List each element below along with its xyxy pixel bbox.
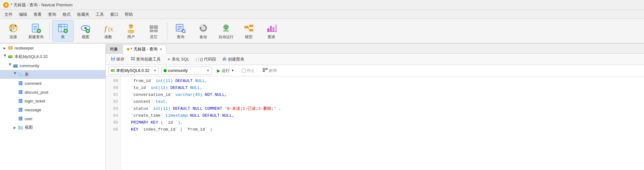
build-query-button[interactable]: 查询创建工具 [128, 56, 163, 63]
svg-rect-67 [9, 56, 11, 57]
code-content[interactable]: `from_id` int(11) DEFAULT NULL, `to_id` … [121, 76, 644, 170]
svg-line-56 [248, 26, 249, 27]
save-icon [111, 56, 115, 62]
run-button[interactable]: ▶ 运行 ▼ [214, 67, 237, 74]
menu-query[interactable]: 查询 [45, 11, 59, 18]
sidebar-item-user[interactable]: user [0, 114, 105, 123]
svg-rect-55 [249, 29, 253, 32]
save-label: 保存 [116, 56, 124, 62]
view-button[interactable]: 视图 [75, 20, 96, 42]
right-panel: 对象 * 无标题 - 查询 ✕ 保存 [106, 44, 644, 170]
menu-help[interactable]: 帮助 [122, 11, 136, 18]
create-chart-button[interactable]: 创建图表 [220, 56, 247, 63]
code-96-index: `index_from_id` [141, 127, 178, 132]
code-line-95: PRIMARY KEY ( `id` ), [123, 119, 641, 126]
line-num-91: 91 [106, 91, 121, 98]
svg-point-50 [227, 26, 228, 27]
menu-favorites[interactable]: 收藏夹 [74, 11, 92, 18]
user-button[interactable]: 用户 [120, 20, 142, 42]
expand-arrow-community: ▶ [8, 63, 12, 68]
sidebar-item-restkeeper[interactable]: ▶ restkeeper [0, 44, 105, 52]
sidebar-item-discuss-post[interactable]: discuss_post [0, 88, 105, 97]
svg-rect-89 [19, 117, 22, 120]
svg-rect-103 [224, 57, 225, 61]
sidebar-item-views[interactable]: ▶ 视图 [0, 123, 105, 132]
code-89-null: NULL, [195, 79, 207, 83]
code-snippet-button[interactable]: ( ) () 代码段 [193, 56, 219, 63]
menu-window[interactable]: 窗口 [107, 11, 122, 18]
code-line-92: `content` text, [123, 98, 641, 105]
tab-query[interactable]: * 无标题 - 查询 ✕ [123, 45, 166, 54]
sidebar-item-login-ticket[interactable]: login_ticket [0, 97, 105, 105]
svg-rect-110 [263, 70, 265, 72]
menu-view[interactable]: 查看 [30, 11, 45, 18]
run-icon: ▶ [217, 68, 220, 73]
menu-format[interactable]: 格式 [59, 11, 74, 18]
svg-point-24 [84, 27, 87, 29]
other-button[interactable]: 其它 [143, 20, 164, 42]
menu-tools[interactable]: 工具 [92, 11, 107, 18]
other-label: 其它 [150, 34, 158, 40]
connection-selector[interactable]: 本机MySQL8.0.32 ▼ [108, 67, 159, 75]
sidebar-item-community[interactable]: ▶ community [0, 61, 105, 70]
new-query-button[interactable]: 新建查询 [25, 20, 47, 42]
chart-button[interactable]: 图表 [261, 20, 282, 42]
menu-edit[interactable]: 编辑 [16, 11, 30, 18]
message-label: message [25, 108, 41, 112]
line-num-95: 95 [106, 119, 121, 126]
connect-icon [8, 22, 19, 34]
svg-rect-70 [14, 65, 15, 66]
beautify-sql-button[interactable]: ✦ 美化 SQL [164, 56, 192, 63]
database-selector[interactable]: community ▼ [161, 67, 212, 75]
run-dropdown-arrow: ▼ [231, 69, 234, 72]
line-num-92: 92 [106, 98, 121, 105]
user-icon [125, 22, 137, 34]
menu-bar: 文件 编辑 查看 查询 格式 收藏夹 工具 窗口 帮助 [0, 10, 644, 19]
table-button[interactable]: 表 [52, 20, 74, 42]
sidebar-item-localhost[interactable]: ▶ 本机MySQL8.0.32 [0, 52, 105, 61]
code-line-93: `status` int(11) DEFAULT NULL COMMENT '0… [123, 105, 641, 112]
views-label: 视图 [25, 125, 33, 130]
code-90-field: `to_id` [131, 85, 148, 90]
query-button[interactable]: 查询 [170, 20, 191, 42]
connect-button[interactable]: 连接 [3, 20, 24, 42]
stop-button[interactable]: 停止 [239, 67, 257, 74]
sidebar-item-tables[interactable]: ▶ 表 [0, 70, 105, 79]
code-96-close: ) [210, 127, 212, 132]
menu-file[interactable]: 文件 [1, 11, 16, 18]
save-button[interactable]: 保存 [108, 56, 127, 63]
explain-button[interactable]: 解释 [260, 67, 280, 74]
svg-rect-108 [263, 68, 265, 70]
autorun-icon [220, 22, 232, 34]
line-num-96: 96 [106, 126, 121, 133]
query-toolbar: 保存 查询创建工具 ✦ 美化 [106, 54, 644, 65]
explain-icon [262, 68, 268, 73]
table-icon [57, 22, 69, 34]
svg-rect-61 [275, 25, 277, 32]
code-89-kw: DEFAULT [175, 79, 193, 83]
other-icon [148, 22, 159, 34]
line-num-89: 89 [106, 78, 121, 85]
discuss-post-label: discuss_post [25, 90, 48, 95]
query-icon [175, 22, 186, 34]
svg-rect-54 [249, 25, 253, 27]
svg-point-33 [132, 25, 133, 26]
function-icon: f (x) [103, 22, 114, 34]
backup-button[interactable]: 备份 [193, 20, 214, 42]
window-title: * 无标题 - 查询 - Navicat Premium [11, 2, 73, 8]
svg-point-64 [9, 47, 11, 49]
build-query-label: 查询创建工具 [136, 56, 161, 62]
sidebar-item-comment[interactable]: comment [0, 79, 105, 88]
svg-point-32 [130, 25, 131, 26]
model-button[interactable]: 模型 [238, 20, 259, 42]
connection-selector-icon [110, 68, 115, 73]
code-editor[interactable]: 89 90 91 92 93 94 95 96 `from_id` int(11… [106, 76, 644, 170]
autorun-button[interactable]: 自动运行 [215, 20, 237, 42]
expand-arrow-views: ▶ [13, 125, 17, 130]
tab-close-button[interactable]: ✕ [159, 47, 162, 51]
function-button[interactable]: f (x) 函数 [98, 20, 119, 42]
create-chart-icon [223, 56, 227, 62]
svg-rect-77 [19, 90, 22, 94]
sidebar-item-message[interactable]: message [0, 105, 105, 114]
tab-objects[interactable]: 对象 [106, 44, 122, 53]
